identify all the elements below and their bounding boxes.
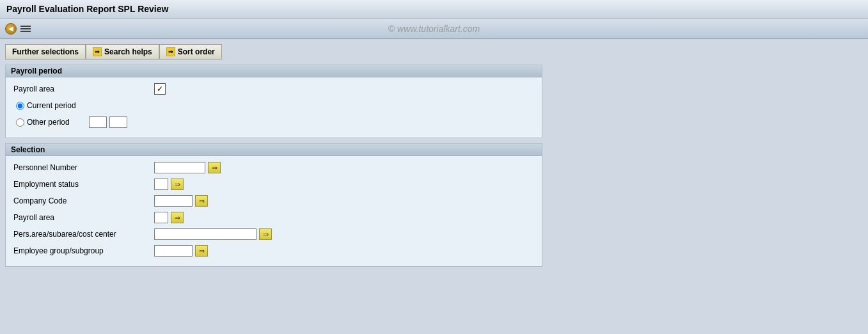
payroll-period-section: Payroll period Payroll area Current peri… bbox=[5, 65, 542, 138]
title-bar: Payroll Evaluation Report SPL Review bbox=[0, 0, 868, 19]
tab-search-helps-arrow: ⇒ bbox=[93, 47, 102, 56]
payroll-area-checkbox[interactable] bbox=[154, 83, 166, 95]
pers-area-label: Pers.area/subarea/cost center bbox=[13, 230, 154, 239]
page-title: Payroll Evaluation Report SPL Review bbox=[6, 4, 168, 14]
employee-group-label: Employee group/subgroup bbox=[13, 246, 154, 255]
tab-further-selections[interactable]: Further selections bbox=[5, 44, 86, 60]
tab-sort-order[interactable]: ⇒ Sort order bbox=[159, 44, 222, 60]
payroll-area-row: Payroll area bbox=[13, 83, 534, 95]
other-period-radio-label[interactable]: Other period bbox=[16, 118, 70, 127]
tab-bar: Further selections ⇒ Search helps ⇒ Sort… bbox=[5, 44, 863, 60]
other-period-radio[interactable] bbox=[16, 118, 24, 127]
payroll-area-sel-input[interactable] bbox=[154, 212, 168, 223]
back-icon[interactable]: ◀ bbox=[5, 23, 17, 35]
current-period-row: Current period bbox=[13, 99, 534, 112]
personnel-number-label: Personnel Number bbox=[13, 163, 154, 172]
pers-area-row: Pers.area/subarea/cost center bbox=[13, 228, 534, 241]
current-period-radio-label[interactable]: Current period bbox=[16, 101, 76, 110]
personnel-number-row: Personnel Number bbox=[13, 161, 534, 174]
selection-header: Selection bbox=[6, 144, 542, 156]
employee-group-arrow-btn[interactable] bbox=[195, 245, 208, 257]
personnel-number-input[interactable] bbox=[154, 162, 205, 173]
payroll-period-body: Payroll area Current period Other period bbox=[6, 77, 542, 138]
payroll-area-sel-label: Payroll area bbox=[13, 213, 154, 222]
other-period-row: Other period bbox=[13, 116, 534, 129]
company-code-label: Company Code bbox=[13, 196, 154, 205]
current-period-radio[interactable] bbox=[16, 102, 24, 110]
employment-status-arrow-btn[interactable] bbox=[171, 179, 184, 190]
payroll-area-sel-row: Payroll area bbox=[13, 211, 534, 224]
toolbar: ◀ © www.tutorialkart.com bbox=[0, 19, 868, 39]
company-code-input[interactable] bbox=[154, 195, 193, 207]
selection-body: Personnel Number Employment status Compa… bbox=[6, 156, 542, 266]
menu-icon[interactable] bbox=[20, 26, 31, 32]
pers-area-input[interactable] bbox=[154, 228, 256, 240]
payroll-area-sel-arrow-btn[interactable] bbox=[171, 212, 184, 223]
employment-status-row: Employment status bbox=[13, 178, 534, 191]
tab-search-helps[interactable]: ⇒ Search helps bbox=[86, 44, 159, 60]
other-period-input-2[interactable] bbox=[109, 116, 127, 128]
tab-sort-order-arrow: ⇒ bbox=[166, 47, 175, 56]
payroll-period-header: Payroll period bbox=[6, 65, 542, 77]
company-code-row: Company Code bbox=[13, 195, 534, 207]
employee-group-input[interactable] bbox=[154, 245, 193, 257]
employment-status-label: Employment status bbox=[13, 180, 154, 189]
watermark: © www.tutorialkart.com bbox=[388, 24, 480, 34]
selection-section: Selection Personnel Number Employment st… bbox=[5, 143, 542, 267]
other-period-input-1[interactable] bbox=[89, 116, 107, 128]
employment-status-input[interactable] bbox=[154, 179, 168, 190]
pers-area-arrow-btn[interactable] bbox=[259, 228, 272, 240]
payroll-area-label: Payroll area bbox=[13, 84, 154, 93]
employee-group-row: Employee group/subgroup bbox=[13, 244, 534, 257]
personnel-number-arrow-btn[interactable] bbox=[208, 162, 221, 173]
company-code-arrow-btn[interactable] bbox=[195, 195, 208, 207]
